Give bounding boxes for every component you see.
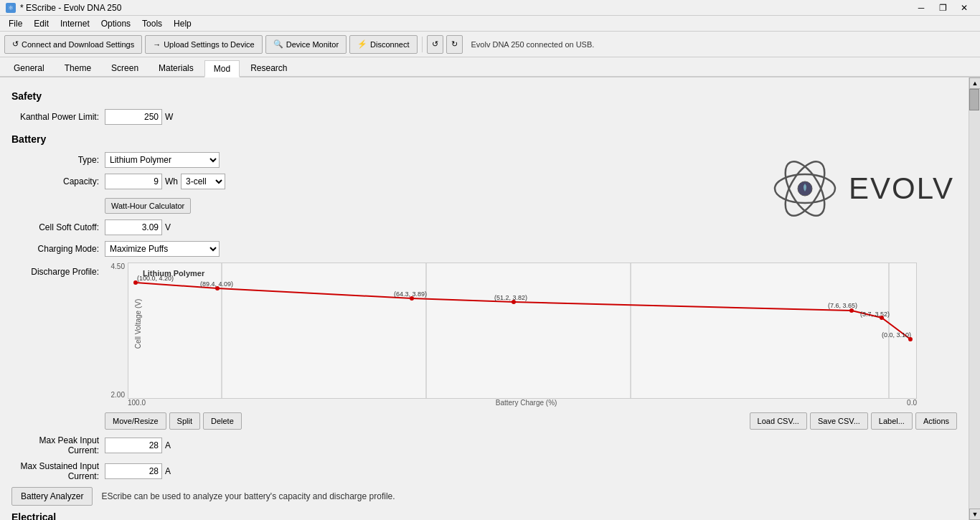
capacity-unit: Wh	[162, 176, 178, 186]
svg-point-18	[410, 296, 414, 301]
svg-point-20	[849, 308, 854, 313]
actions-button[interactable]: Actions	[915, 412, 957, 430]
max-sustained-input[interactable]	[105, 463, 162, 479]
x-axis-left: 100.0	[128, 399, 146, 407]
discharge-chart[interactable]: Lithium Polymer	[128, 263, 917, 399]
minimize-button[interactable]: ─	[911, 1, 931, 14]
menu-tools[interactable]: Tools	[136, 16, 168, 31]
kanthal-power-input[interactable]	[105, 109, 162, 125]
battery-type-select[interactable]: Lithium Polymer Lithium Ion Lithium Iron…	[105, 152, 220, 168]
svg-point-21	[880, 316, 884, 320]
scroll-up-button[interactable]: ▲	[969, 77, 980, 89]
tab-bar: General Theme Screen Materials Mod Resea…	[0, 57, 980, 77]
capacity-label: Capacity:	[11, 176, 105, 186]
chart-inner: 4.50 2.00 Lit	[105, 263, 917, 399]
label-button[interactable]: Label...	[871, 412, 913, 430]
soft-cutoff-label: Cell Soft Cutoff:	[11, 222, 105, 232]
max-peak-unit: A	[162, 440, 171, 450]
soft-cutoff-unit: V	[162, 222, 171, 232]
max-sustained-label: Max Sustained Input Current:	[11, 461, 105, 481]
menu-help[interactable]: Help	[168, 16, 197, 31]
menu-options[interactable]: Options	[95, 16, 136, 31]
device-monitor-button[interactable]: 🔍 Device Monitor	[265, 35, 347, 54]
battery-analyzer-description: EScribe can be used to analyze your batt…	[93, 491, 395, 501]
toolbar: ↺ Connect and Download Settings → Upload…	[0, 32, 980, 57]
close-button[interactable]: ✕	[954, 1, 974, 14]
disconnect-icon: ⚡	[357, 39, 367, 49]
chart-area: 4.50 2.00 Lit	[105, 263, 917, 407]
cell-count-select[interactable]: 3-cell 1-cell 2-cell	[181, 174, 225, 189]
menu-internet[interactable]: Internet	[55, 16, 95, 31]
menu-bar: File Edit Internet Options Tools Help	[0, 16, 980, 32]
connect-icon: ↺	[12, 39, 19, 49]
delete-button[interactable]: Delete	[203, 412, 242, 430]
y-axis-values: 4.50 2.00	[105, 263, 128, 399]
electrical-section: Electrical Mod Resistance: Ω	[11, 511, 957, 520]
svg-text:(51.2, 3.82): (51.2, 3.82)	[494, 294, 527, 301]
chart-left-buttons: Move/Resize Split Delete	[105, 412, 242, 430]
scroll-thumb[interactable]	[969, 89, 979, 110]
undo-button[interactable]: ↺	[427, 35, 443, 54]
y-min: 2.00	[105, 391, 125, 399]
svg-point-17	[215, 286, 220, 290]
soft-cutoff-input[interactable]	[105, 219, 162, 235]
max-sustained-row: Max Sustained Input Current: A	[11, 461, 957, 481]
max-peak-input[interactable]	[105, 438, 162, 453]
battery-type-label: Type:	[11, 155, 105, 165]
battery-analyzer-button[interactable]: Battery Analyzer	[11, 487, 93, 506]
soft-cutoff-row: Cell Soft Cutoff: V	[11, 219, 957, 235]
max-peak-label: Max Peak Input Current:	[11, 435, 105, 455]
tab-mod[interactable]: Mod	[204, 60, 240, 77]
menu-edit[interactable]: Edit	[28, 16, 55, 31]
scroll-down-button[interactable]: ▼	[969, 509, 980, 520]
y-max: 4.50	[105, 263, 125, 270]
x-axis-labels: 100.0 Battery Charge (%) 0.0	[105, 399, 917, 407]
kanthal-power-unit: W	[162, 112, 173, 122]
tab-materials[interactable]: Materials	[149, 59, 203, 76]
upload-settings-button[interactable]: → Upload Settings to Device	[145, 35, 263, 54]
title-bar-controls[interactable]: ─ ❐ ✕	[911, 1, 974, 14]
tab-general[interactable]: General	[4, 59, 54, 76]
y-axis-label: Cell Voltage (V)	[134, 281, 142, 367]
safety-header: Safety	[11, 90, 957, 102]
battery-header: Battery	[11, 133, 957, 145]
monitor-icon: 🔍	[273, 39, 283, 49]
disconnect-button[interactable]: ⚡ Disconnect	[349, 35, 417, 54]
split-button[interactable]: Split	[169, 412, 200, 430]
redo-button[interactable]: ↻	[446, 35, 463, 54]
main-content: EVOLV Safety Kanthal Power Limit: W Batt…	[0, 77, 980, 520]
svg-text:(3.7, 3.52): (3.7, 3.52)	[860, 311, 890, 318]
atom-icon	[773, 156, 837, 221]
capacity-input[interactable]	[105, 174, 162, 189]
tab-theme[interactable]: Theme	[55, 59, 100, 76]
chart-right-buttons: Load CSV... Save CSV... Label... Actions	[750, 412, 957, 430]
x-axis-right: 0.0	[907, 399, 917, 407]
scroll-track[interactable]	[969, 89, 980, 509]
upload-icon: →	[153, 40, 161, 49]
move-resize-button[interactable]: Move/Resize	[105, 412, 166, 430]
kanthal-power-row: Kanthal Power Limit: W	[11, 109, 957, 125]
charging-mode-select[interactable]: Maximize Puffs Maximize Battery Life Max…	[105, 241, 220, 257]
discharge-profile-row: Discharge Profile: Cell Voltage (V) 4.50…	[11, 263, 957, 407]
save-csv-button[interactable]: Save CSV...	[810, 412, 868, 430]
svg-text:(100.0, 4.20): (100.0, 4.20)	[137, 275, 174, 282]
svg-point-19	[512, 300, 516, 304]
connect-download-button[interactable]: ↺ Connect and Download Settings	[4, 35, 142, 54]
menu-file[interactable]: File	[3, 16, 28, 31]
tab-screen[interactable]: Screen	[102, 59, 148, 76]
tab-research[interactable]: Research	[241, 59, 296, 76]
svg-text:(64.3, 3.89): (64.3, 3.89)	[394, 290, 427, 298]
title-bar: ⚛ * EScribe - Evolv DNA 250 ─ ❐ ✕	[0, 0, 980, 16]
scrollbar[interactable]: ▲ ▼	[969, 77, 980, 520]
svg-point-22	[908, 337, 913, 341]
content-area: EVOLV Safety Kanthal Power Limit: W Batt…	[0, 77, 969, 520]
watt-hour-button[interactable]: Watt-Hour Calculator	[105, 198, 191, 214]
max-sustained-unit: A	[162, 466, 171, 476]
maximize-button[interactable]: ❐	[933, 1, 953, 14]
load-csv-button[interactable]: Load CSV...	[750, 412, 807, 430]
toolbar-status: Evolv DNA 250 connected on USB.	[466, 40, 600, 49]
evolv-logo-area: EVOLV	[773, 156, 954, 221]
chart-action-row: Move/Resize Split Delete Load CSV... Sav…	[11, 412, 957, 430]
x-axis-label: Battery Charge (%)	[496, 399, 557, 407]
electrical-header: Electrical	[11, 511, 957, 520]
